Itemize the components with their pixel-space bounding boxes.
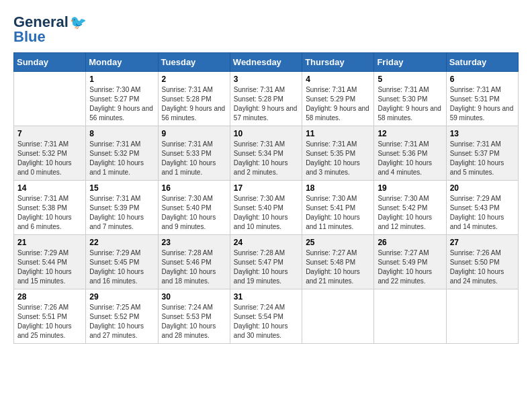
day-info: Sunrise: 7:29 AMSunset: 5:44 PMDaylight:… — [17, 248, 82, 286]
calendar-cell: 21Sunrise: 7:29 AMSunset: 5:44 PMDayligh… — [14, 235, 86, 289]
day-number: 22 — [89, 238, 154, 247]
calendar-cell: 12Sunrise: 7:31 AMSunset: 5:36 PMDayligh… — [374, 126, 446, 181]
calendar-cell: 18Sunrise: 7:30 AMSunset: 5:41 PMDayligh… — [302, 181, 374, 235]
calendar-cell: 1Sunrise: 7:30 AMSunset: 5:27 PMDaylight… — [86, 72, 158, 126]
day-number: 4 — [306, 75, 370, 84]
day-info: Sunrise: 7:30 AMSunset: 5:41 PMDaylight:… — [306, 194, 370, 232]
calendar-cell — [374, 289, 446, 344]
calendar-cell: 4Sunrise: 7:31 AMSunset: 5:29 PMDaylight… — [302, 72, 374, 126]
day-info: Sunrise: 7:28 AMSunset: 5:47 PMDaylight:… — [234, 248, 298, 286]
day-number: 12 — [378, 129, 442, 138]
calendar-cell: 8Sunrise: 7:31 AMSunset: 5:32 PMDaylight… — [86, 126, 158, 181]
calendar-week-row: 7Sunrise: 7:31 AMSunset: 5:32 PMDaylight… — [14, 126, 519, 181]
day-number: 28 — [17, 292, 82, 302]
day-info: Sunrise: 7:31 AMSunset: 5:30 PMDaylight:… — [378, 85, 442, 123]
day-info: Sunrise: 7:26 AMSunset: 5:51 PMDaylight:… — [17, 303, 82, 340]
page-header: General 🐦 Blue — [13, 13, 519, 46]
calendar-header-row: SundayMondayTuesdayWednesdayThursdayFrid… — [14, 53, 519, 72]
day-info: Sunrise: 7:27 AMSunset: 5:49 PMDaylight:… — [378, 248, 442, 286]
day-info: Sunrise: 7:28 AMSunset: 5:46 PMDaylight:… — [162, 248, 226, 286]
calendar-cell: 5Sunrise: 7:31 AMSunset: 5:30 PMDaylight… — [374, 72, 446, 126]
calendar-cell: 26Sunrise: 7:27 AMSunset: 5:49 PMDayligh… — [374, 235, 446, 289]
day-info: Sunrise: 7:30 AMSunset: 5:40 PMDaylight:… — [234, 194, 298, 232]
day-number: 10 — [234, 129, 298, 138]
day-header-friday: Friday — [374, 53, 446, 72]
day-info: Sunrise: 7:31 AMSunset: 5:28 PMDaylight:… — [162, 85, 226, 123]
day-number: 15 — [89, 183, 154, 193]
logo-bird-icon: 🐦 — [70, 15, 87, 29]
day-number: 17 — [234, 183, 298, 193]
day-number: 7 — [17, 129, 82, 138]
day-header-monday: Monday — [86, 53, 158, 72]
day-number: 27 — [450, 238, 515, 247]
day-info: Sunrise: 7:31 AMSunset: 5:29 PMDaylight:… — [306, 85, 370, 123]
day-number: 8 — [89, 129, 154, 138]
calendar-cell: 20Sunrise: 7:29 AMSunset: 5:43 PMDayligh… — [446, 181, 518, 235]
day-number: 5 — [378, 75, 442, 84]
day-info: Sunrise: 7:31 AMSunset: 5:32 PMDaylight:… — [89, 140, 154, 177]
day-header-saturday: Saturday — [446, 53, 518, 72]
day-info: Sunrise: 7:31 AMSunset: 5:39 PMDaylight:… — [89, 194, 154, 232]
day-number: 18 — [306, 183, 370, 193]
day-info: Sunrise: 7:24 AMSunset: 5:53 PMDaylight:… — [162, 303, 226, 340]
day-number: 2 — [162, 75, 226, 84]
calendar-cell: 6Sunrise: 7:31 AMSunset: 5:31 PMDaylight… — [446, 72, 518, 126]
calendar-week-row: 21Sunrise: 7:29 AMSunset: 5:44 PMDayligh… — [14, 235, 519, 289]
calendar-cell: 10Sunrise: 7:31 AMSunset: 5:34 PMDayligh… — [230, 126, 302, 181]
calendar-cell: 28Sunrise: 7:26 AMSunset: 5:51 PMDayligh… — [14, 289, 86, 344]
calendar-cell: 22Sunrise: 7:29 AMSunset: 5:45 PMDayligh… — [86, 235, 158, 289]
day-number: 20 — [450, 183, 515, 193]
day-info: Sunrise: 7:29 AMSunset: 5:45 PMDaylight:… — [89, 248, 154, 286]
day-info: Sunrise: 7:31 AMSunset: 5:28 PMDaylight:… — [234, 85, 298, 123]
day-info: Sunrise: 7:30 AMSunset: 5:27 PMDaylight:… — [89, 85, 154, 123]
day-number: 31 — [234, 292, 298, 302]
day-info: Sunrise: 7:31 AMSunset: 5:32 PMDaylight:… — [17, 140, 82, 177]
day-number: 25 — [306, 238, 370, 247]
day-number: 21 — [17, 238, 82, 247]
day-number: 3 — [234, 75, 298, 84]
calendar-cell: 15Sunrise: 7:31 AMSunset: 5:39 PMDayligh… — [86, 181, 158, 235]
calendar-table: SundayMondayTuesdayWednesdayThursdayFrid… — [13, 52, 519, 344]
day-info: Sunrise: 7:31 AMSunset: 5:35 PMDaylight:… — [306, 140, 370, 177]
calendar-cell: 2Sunrise: 7:31 AMSunset: 5:28 PMDaylight… — [158, 72, 230, 126]
day-number: 29 — [89, 292, 154, 302]
calendar-week-row: 1Sunrise: 7:30 AMSunset: 5:27 PMDaylight… — [14, 72, 519, 126]
calendar-cell: 7Sunrise: 7:31 AMSunset: 5:32 PMDaylight… — [14, 126, 86, 181]
calendar-cell: 9Sunrise: 7:31 AMSunset: 5:33 PMDaylight… — [158, 126, 230, 181]
day-info: Sunrise: 7:29 AMSunset: 5:43 PMDaylight:… — [450, 194, 515, 232]
calendar-cell: 3Sunrise: 7:31 AMSunset: 5:28 PMDaylight… — [230, 72, 302, 126]
day-number: 9 — [162, 129, 226, 138]
day-info: Sunrise: 7:24 AMSunset: 5:54 PMDaylight:… — [234, 303, 298, 340]
calendar-cell: 17Sunrise: 7:30 AMSunset: 5:40 PMDayligh… — [230, 181, 302, 235]
day-info: Sunrise: 7:25 AMSunset: 5:52 PMDaylight:… — [89, 303, 154, 340]
calendar-cell: 23Sunrise: 7:28 AMSunset: 5:46 PMDayligh… — [158, 235, 230, 289]
day-header-thursday: Thursday — [302, 53, 374, 72]
calendar-cell: 31Sunrise: 7:24 AMSunset: 5:54 PMDayligh… — [230, 289, 302, 344]
calendar-cell — [302, 289, 374, 344]
calendar-cell: 30Sunrise: 7:24 AMSunset: 5:53 PMDayligh… — [158, 289, 230, 344]
day-info: Sunrise: 7:27 AMSunset: 5:48 PMDaylight:… — [306, 248, 370, 286]
day-info: Sunrise: 7:26 AMSunset: 5:50 PMDaylight:… — [450, 248, 515, 286]
logo-blue-text: Blue — [13, 28, 46, 46]
calendar-cell: 27Sunrise: 7:26 AMSunset: 5:50 PMDayligh… — [446, 235, 518, 289]
day-info: Sunrise: 7:31 AMSunset: 5:38 PMDaylight:… — [17, 194, 82, 232]
calendar-cell: 19Sunrise: 7:30 AMSunset: 5:42 PMDayligh… — [374, 181, 446, 235]
calendar-cell: 24Sunrise: 7:28 AMSunset: 5:47 PMDayligh… — [230, 235, 302, 289]
day-number: 30 — [162, 292, 226, 302]
day-header-sunday: Sunday — [14, 53, 86, 72]
day-number: 6 — [450, 75, 515, 84]
day-number: 11 — [306, 129, 370, 138]
day-number: 1 — [89, 75, 154, 84]
day-number: 24 — [234, 238, 298, 247]
day-info: Sunrise: 7:31 AMSunset: 5:33 PMDaylight:… — [162, 140, 226, 177]
calendar-week-row: 28Sunrise: 7:26 AMSunset: 5:51 PMDayligh… — [14, 289, 519, 344]
calendar-week-row: 14Sunrise: 7:31 AMSunset: 5:38 PMDayligh… — [14, 181, 519, 235]
day-info: Sunrise: 7:31 AMSunset: 5:37 PMDaylight:… — [450, 140, 515, 177]
calendar-cell: 25Sunrise: 7:27 AMSunset: 5:48 PMDayligh… — [302, 235, 374, 289]
day-number: 26 — [378, 238, 442, 247]
day-number: 14 — [17, 183, 82, 193]
day-header-wednesday: Wednesday — [230, 53, 302, 72]
day-number: 19 — [378, 183, 442, 193]
day-info: Sunrise: 7:31 AMSunset: 5:34 PMDaylight:… — [234, 140, 298, 177]
calendar-cell — [14, 72, 86, 126]
